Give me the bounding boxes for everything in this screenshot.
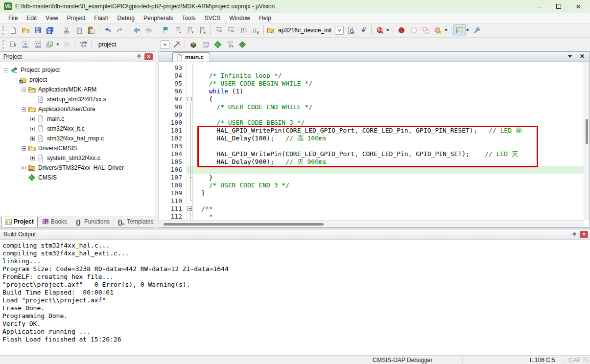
code-line-99[interactable]: 99 — [159, 111, 584, 119]
breakpoint-disable-all-button[interactable] — [420, 24, 432, 36]
code-line-106[interactable]: 106 — [159, 166, 584, 174]
open-folder-button[interactable] — [19, 24, 31, 36]
resize-grip[interactable] — [583, 357, 589, 363]
build-button[interactable] — [19, 39, 31, 50]
code-line-93[interactable]: 93 — [159, 64, 584, 72]
tree-expander-plus[interactable] — [30, 156, 35, 160]
vertical-scrollbar-thumb[interactable] — [586, 119, 588, 144]
menu-item-peripherals[interactable]: Peripherals — [139, 13, 178, 23]
comment-button[interactable] — [237, 24, 249, 36]
save-all-button[interactable] — [44, 24, 56, 36]
find-combo[interactable]: ap3216c_device_init — [267, 26, 344, 35]
tree-expander-plus[interactable] — [30, 127, 35, 131]
incremental-find-button[interactable] — [357, 24, 369, 36]
menu-item-flash[interactable]: Flash — [90, 13, 113, 23]
code-line-96[interactable]: 96 while (1) — [159, 88, 584, 95]
code-line-101[interactable]: 101 HAL_GPIO_WritePin(CORE_LED_GPIO_Port… — [159, 127, 584, 135]
vertical-scrollbar[interactable] — [584, 62, 590, 220]
navigate-back-button[interactable] — [130, 24, 142, 36]
load-button[interactable]: LOAD — [77, 39, 90, 50]
tree-expander-plus[interactable] — [30, 136, 35, 141]
menu-item-svcs[interactable]: SVCS — [200, 13, 225, 23]
bookmark-clear-button[interactable] — [196, 24, 208, 36]
translate-button[interactable] — [7, 39, 19, 50]
rte-filter-button[interactable] — [224, 39, 236, 50]
panel-splitter[interactable] — [155, 51, 159, 228]
code-line-94[interactable]: 94 /* Infinite loop */ — [159, 72, 584, 80]
bookmark-toggle-button[interactable] — [159, 24, 171, 36]
menu-item-tools[interactable]: Tools — [178, 13, 200, 23]
target-combo-value[interactable]: project — [95, 41, 119, 48]
tree-item-stm32f4xx-it-c[interactable]: stm32f4xx_it.c — [0, 124, 155, 134]
components-cube-button[interactable] — [187, 39, 199, 50]
menu-item-debug[interactable]: Debug — [113, 13, 139, 23]
window-layout-button[interactable] — [453, 24, 466, 36]
tree-expander-minus[interactable] — [13, 78, 17, 82]
manage-rte-button[interactable] — [212, 39, 224, 50]
target-combo-dropdown[interactable] — [161, 40, 169, 49]
panel-tab-project[interactable]: Project — [1, 217, 38, 227]
save-button[interactable] — [31, 24, 44, 36]
copy-button[interactable] — [72, 24, 85, 36]
undo-button[interactable] — [101, 24, 114, 36]
minimize-button[interactable]: – — [529, 0, 549, 12]
tree-expander-plus[interactable] — [30, 117, 35, 121]
code-line-95[interactable]: 95 /* USER CODE BEGIN WHILE */ — [159, 80, 584, 88]
horizontal-scrollbar-thumb[interactable] — [164, 223, 324, 226]
menu-item-help[interactable]: Help — [255, 13, 276, 23]
new-file-button[interactable] — [7, 24, 19, 36]
find-in-files-button[interactable] — [345, 24, 357, 36]
fold-margin[interactable] — [187, 205, 193, 213]
find-combo-value[interactable]: ap3216c_device_init — [275, 27, 335, 34]
paste-button[interactable] — [85, 24, 97, 36]
tree-item-drivers-stm32f4xx-hal-driver[interactable]: Drivers/STM32F4xx_HAL_Driver — [0, 163, 155, 173]
code-line-105[interactable]: 105 HAL_Delay(900); // 灭 900ms — [159, 158, 584, 166]
close-button[interactable]: ✕ — [568, 0, 588, 12]
breakpoint-kill-all-button[interactable] — [432, 24, 444, 36]
build-output-close-button[interactable]: ✕ — [580, 231, 588, 238]
indent-button[interactable] — [225, 24, 237, 36]
tree-item-cmsis[interactable]: CMSIS — [0, 173, 155, 182]
batch-build-caret[interactable] — [56, 44, 59, 46]
menu-item-window[interactable]: Window — [225, 13, 255, 23]
outdent-button[interactable] — [212, 24, 225, 36]
menu-item-file[interactable]: File — [4, 13, 22, 23]
tree-item-main-c[interactable]: main.c — [0, 114, 155, 124]
debug-find-button[interactable]: d — [374, 24, 386, 36]
menu-item-view[interactable]: View — [41, 13, 63, 23]
debug-find-caret[interactable] — [386, 29, 389, 31]
cut-button[interactable] — [60, 24, 72, 36]
panel-tab-templates[interactable]: {}Templates — [115, 217, 158, 227]
code-line-108[interactable]: 108 /* USER CODE END 3 */ — [159, 182, 584, 189]
code-line-103[interactable]: 103 — [159, 142, 584, 150]
find-combo-dropdown[interactable] — [335, 26, 344, 35]
code-line-109[interactable]: 109} — [159, 189, 584, 197]
code-line-107[interactable]: 107 } — [159, 174, 584, 182]
target-combo[interactable]: project — [95, 40, 169, 49]
tree-expander-minus[interactable] — [22, 107, 26, 112]
window-layout-caret[interactable] — [466, 29, 469, 31]
tree-expander-minus[interactable] — [4, 68, 8, 72]
code-line-97[interactable]: 97 { — [159, 95, 584, 103]
pack-installer-button[interactable] — [236, 39, 248, 50]
toolbar-grip[interactable] — [2, 26, 4, 35]
tree-expander-plus[interactable] — [22, 166, 26, 170]
fold-margin[interactable] — [187, 95, 193, 103]
bookmark-prev-button[interactable] — [171, 24, 184, 36]
manage-layers-button[interactable] — [199, 39, 212, 50]
code-line-104[interactable]: 104 HAL_GPIO_WritePin(CORE_LED_GPIO_Port… — [159, 150, 584, 158]
code-line-100[interactable]: 100 /* USER CODE BEGIN 3 */ — [159, 119, 584, 127]
tree-expander-minus[interactable] — [22, 146, 26, 151]
rebuild-button[interactable] — [31, 39, 44, 50]
panel-tab-books[interactable]: ?Books — [39, 217, 71, 227]
editor-close-icon[interactable]: ✕ — [580, 53, 585, 59]
tree-item-project-project[interactable]: Project: project — [0, 65, 155, 75]
breakpoint-kill-all-caret[interactable] — [445, 29, 448, 31]
editor-tab-main-c[interactable]: main.c — [172, 52, 210, 62]
build-output-content[interactable]: compiling stm32f4xx_hal.c...compiling st… — [0, 239, 590, 355]
project-tree[interactable]: Project: projectprojectApplication/MDK-A… — [0, 62, 155, 216]
stop-build-button[interactable] — [61, 39, 73, 50]
horizontal-scrollbar[interactable] — [159, 220, 584, 227]
tree-expander-minus[interactable] — [22, 88, 26, 92]
redo-button[interactable] — [114, 24, 126, 36]
